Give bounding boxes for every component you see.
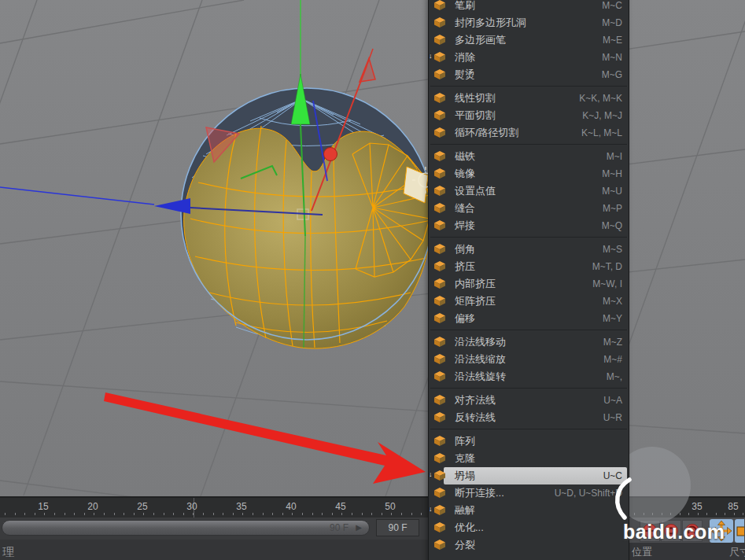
brush-icon — [432, 0, 449, 12]
menu-item-label: 沿法线移动 — [449, 335, 603, 349]
menu-item-matrix-extrude[interactable]: 矩阵挤压M~X — [429, 293, 629, 310]
set-point-value-icon — [432, 185, 449, 197]
coordinate-labels-row: 位置 尺寸 — [629, 543, 745, 560]
menu-item-normal-scale[interactable]: 沿法线缩放M~# — [429, 351, 629, 368]
dissolve-icon: ↓ — [432, 51, 449, 64]
ruler-tick — [371, 513, 372, 515]
melt-icon: ↓ — [432, 504, 449, 517]
ruler-tick — [114, 513, 115, 515]
menu-item-label: 沿法线旋转 — [449, 370, 607, 384]
viewport-canvas[interactable] — [0, 0, 745, 496]
ruler-tick — [54, 513, 55, 515]
menu-item-normal-move[interactable]: 沿法线移动M~Z — [429, 333, 629, 351]
polygon-pen-icon — [432, 34, 449, 46]
menu-item-split[interactable]: 分裂 — [429, 536, 629, 554]
scale-tool-button[interactable] — [735, 519, 744, 543]
menu-item-label: 断开连接... — [449, 486, 555, 500]
menu-item-shortcut: M~P — [603, 203, 622, 214]
menu-item-array[interactable]: 阵列 — [429, 433, 629, 450]
menu-item-dissolve[interactable]: ↓消除M~N — [429, 49, 629, 66]
current-frame-box[interactable]: 90 F — [376, 519, 419, 536]
power-slider[interactable]: 90 F ▶ — [2, 520, 370, 536]
menu-item-label: 磁铁 — [449, 149, 607, 164]
menu-item-bevel[interactable]: 倒角M~S — [429, 241, 629, 258]
context-menu: 笔刷M~C封闭多边形孔洞M~D多边形画笔M~E↓消除M~N熨烫M~G线性切割K~… — [428, 0, 629, 560]
menu-item-align-normals[interactable]: 对齐法线U~A — [429, 392, 629, 409]
menu-item-iron[interactable]: 熨烫M~G — [429, 66, 629, 83]
ruler-tick — [302, 513, 303, 515]
menu-separator — [429, 385, 629, 392]
menu-item-label: 克隆 — [449, 451, 622, 466]
menu-item-shortcut: M~D — [602, 17, 622, 28]
menu-item-label: 熨烫 — [449, 68, 602, 82]
ruler-tick — [725, 513, 725, 515]
menu-item-label: 镜像 — [449, 167, 602, 181]
down-arrow-overlay-icon: ↓ — [429, 505, 433, 513]
menu-item-optimize[interactable]: 优化... — [429, 519, 629, 536]
weld-icon — [432, 219, 449, 232]
ruler-frame-label: 25 — [137, 501, 147, 512]
watermark-crescent — [606, 473, 640, 524]
menu-item-shortcut: M~Q — [602, 220, 622, 231]
normal-scale-icon — [432, 353, 449, 366]
disconnect-icon — [432, 487, 449, 499]
menu-item-disconnect[interactable]: 断开连接...U~D, U~Shift+D — [429, 484, 629, 502]
split-icon — [432, 539, 449, 551]
menu-item-melt[interactable]: ↓融解 — [429, 502, 629, 519]
menu-item-loop-path-cut[interactable]: 循环/路径切割K~L, M~L — [429, 124, 629, 142]
ruler-tick — [743, 513, 743, 515]
ruler-tick — [44, 513, 45, 515]
menu-separator — [429, 327, 629, 333]
menu-item-label: 融解 — [449, 503, 622, 518]
menu-item-magnet[interactable]: 磁铁M~I — [429, 148, 629, 165]
watermark-text: baidu.com — [623, 521, 725, 543]
x-axis-handle — [324, 148, 337, 161]
ruler-tick — [65, 513, 65, 515]
ruler-tick — [716, 513, 717, 515]
ruler-tick — [94, 513, 94, 515]
menu-item-plane-cut[interactable]: 平面切割K~J, M~J — [429, 107, 629, 124]
menu-item-smooth-shift[interactable]: 偏移M~Y — [429, 310, 629, 327]
menu-item-shortcut: K~J, M~J — [582, 110, 622, 121]
menu-item-polygon-pen[interactable]: 多边形画笔M~E — [429, 31, 629, 49]
menu-item-label: 优化... — [449, 521, 622, 535]
normal-move-icon — [432, 336, 449, 348]
menu-item-shortcut: U~R — [603, 412, 622, 423]
ruler-tick — [332, 513, 333, 515]
menu-item-shortcut: M~S — [603, 244, 622, 255]
plane-cut-icon — [432, 109, 449, 122]
menu-item-label: 偏移 — [449, 311, 603, 326]
menu-item-clone[interactable]: 克隆 — [429, 450, 629, 467]
ruler-frame-label: 40 — [286, 501, 296, 512]
range-end-label: 90 F — [330, 522, 349, 533]
ruler-tick — [312, 513, 313, 515]
collapse-icon: ↓ — [432, 470, 449, 482]
menu-item-collapse[interactable]: ↓坍塌U~C — [429, 467, 629, 484]
smooth-shift-icon — [432, 312, 449, 325]
menu-item-normal-rotate[interactable]: 沿法线旋转M~, — [429, 368, 629, 385]
menu-item-weld[interactable]: 焊接M~Q — [429, 217, 629, 234]
ruler-frame-label: 20 — [87, 501, 98, 512]
magnet-icon — [432, 150, 449, 163]
menu-item-set-point-value[interactable]: 设置点值M~U — [429, 182, 629, 200]
menu-item-mirror[interactable]: 镜像M~H — [429, 165, 629, 182]
align-normals-icon — [432, 394, 449, 407]
menu-item-reverse-normals[interactable]: 反转法线U~R — [429, 409, 629, 426]
ruler-tick — [134, 513, 135, 515]
inner-extrude-icon — [432, 278, 449, 290]
menu-item-brush[interactable]: 笔刷M~C — [429, 0, 629, 14]
ruler-tick — [411, 513, 412, 515]
menu-item-label: 平面切割 — [449, 109, 582, 123]
menu-item-stitch[interactable]: 缝合M~P — [429, 200, 629, 217]
ruler-frame-label: 50 — [385, 501, 395, 512]
menu-item-label: 阵列 — [449, 434, 622, 448]
extrude-icon — [432, 260, 449, 273]
menu-item-shortcut: M~T, D — [592, 261, 622, 272]
menu-item-shortcut: M~, — [607, 371, 622, 382]
menu-item-line-cut[interactable]: 线性切割K~K, M~K — [429, 90, 629, 107]
menu-item-extrude[interactable]: 挤压M~T, D — [429, 258, 629, 275]
ruler-frame-label: 15 — [38, 501, 48, 512]
menu-item-close-polygon-hole[interactable]: 封闭多边形孔洞M~D — [429, 14, 629, 31]
menu-item-inner-extrude[interactable]: 内部挤压M~W, I — [429, 275, 629, 293]
menu-item-label: 封闭多边形孔洞 — [449, 16, 602, 30]
